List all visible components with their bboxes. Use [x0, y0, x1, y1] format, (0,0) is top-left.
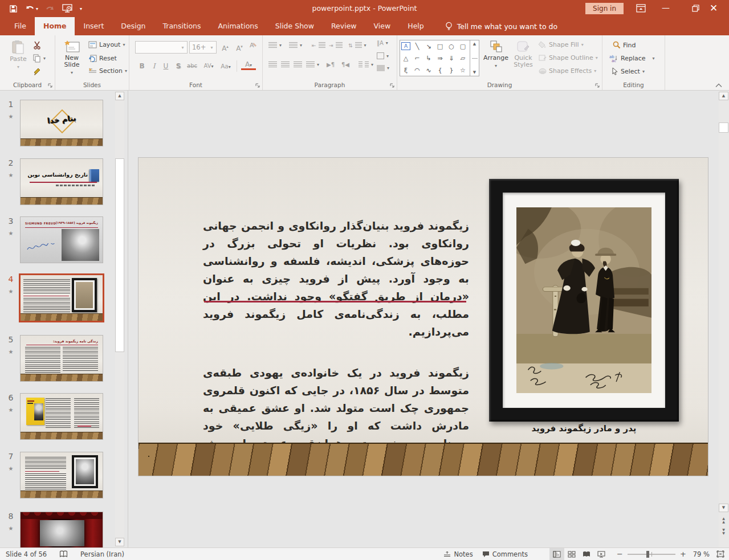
shape-down-arrow[interactable]: ⇓ — [446, 52, 457, 64]
sign-in-button[interactable]: Sign in — [585, 3, 624, 14]
thumbnail-slide-7[interactable] — [20, 452, 103, 498]
comments-button[interactable]: Comments — [478, 548, 532, 560]
previous-slide-button[interactable]: ▲▲ — [719, 516, 728, 524]
select-button[interactable]: Select ▾ — [612, 67, 645, 75]
slide-canvas[interactable]: زیگموند فروید بنیان‌گذار روانکاوی و انجم… — [138, 157, 708, 476]
gallery-up-icon[interactable]: ▲ — [473, 42, 476, 46]
slide-indicator[interactable]: Slide 4 of 56 — [6, 550, 47, 558]
thumbnail-slide-6[interactable] — [20, 393, 103, 440]
reset-button[interactable]: Reset — [88, 54, 117, 62]
tab-animations[interactable]: Animations — [209, 17, 266, 35]
align-center-icon — [281, 62, 290, 68]
shape-rounded-rectangle[interactable]: ▢ — [457, 40, 469, 52]
normal-view-button[interactable] — [549, 548, 564, 560]
shape-callout[interactable]: ▱ — [457, 52, 469, 64]
minimize-button[interactable]: — — [657, 0, 674, 17]
shape-star[interactable]: ☆ — [457, 64, 469, 76]
copy-icon[interactable]: ▾ — [33, 54, 46, 63]
shapes-gallery-scrollbar[interactable]: ▲ ▼ — [470, 40, 479, 76]
copy-dropdown-icon[interactable]: ▾ — [43, 56, 46, 61]
tab-insert[interactable]: Insert — [75, 17, 112, 35]
shape-triangle[interactable]: △ — [400, 52, 412, 64]
slide-4-number: 4 — [6, 275, 16, 284]
thumbnail-slide-3[interactable]: SIGMUND FREUD زیگموند فروید (۱۸۵۶-۱۹۳۹) — [20, 216, 103, 263]
group-paragraph: ▾ ▾ ⇤ ⇥ ⇅▾ ▾ ▶¶ ¶◀ ▾ ‖A▾ ▾ ▾ Paragraph — [263, 35, 397, 90]
thumbnails-scrollbar-thumb[interactable] — [115, 158, 124, 352]
font-dialog-launcher-icon[interactable] — [255, 83, 260, 88]
group-drawing: A ╲ ↘ □ ○ ▢ △ ⌐ ↳ ⇒ ⇓ ▱ ξ ◠ — [397, 35, 602, 90]
shape-arc[interactable]: ◠ — [412, 64, 423, 76]
thumbnail-slide-2[interactable]: تاریخ روانشناسی نوین — [20, 158, 103, 205]
main-scroll-down-icon[interactable]: ▼ — [719, 504, 728, 512]
tab-view[interactable]: View — [365, 17, 400, 35]
zoom-slider-thumb[interactable] — [646, 551, 649, 558]
shapes-gallery[interactable]: A ╲ ↘ □ ○ ▢ △ ⌐ ↳ ⇒ ⇓ ▱ ξ ◠ — [400, 40, 479, 76]
ribbon-display-options-icon[interactable] — [636, 4, 646, 13]
tab-review[interactable]: Review — [323, 17, 365, 35]
slide-sorter-view-button[interactable] — [564, 548, 579, 560]
find-button[interactable]: Find — [613, 41, 636, 49]
tab-transitions[interactable]: Transitions — [154, 17, 210, 35]
zoom-slider-tick — [651, 552, 652, 557]
zoom-out-button[interactable]: − — [617, 550, 623, 558]
main-scrollbar[interactable]: ▲ ▼ ▲▲ ▼▼ — [719, 91, 729, 547]
main-scroll-up-icon[interactable]: ▲ — [719, 92, 728, 100]
shape-curve[interactable]: ∿ — [423, 64, 434, 76]
paragraph-dialog-launcher-icon[interactable] — [389, 83, 395, 88]
slide-6-yellow-book — [26, 398, 44, 425]
thumbnails-scroll-up-icon[interactable]: ▲ — [115, 92, 124, 100]
thumbnails-scroll-down-icon[interactable]: ▼ — [115, 538, 124, 546]
spellcheck-book-icon[interactable] — [59, 550, 68, 558]
tab-file[interactable]: File — [6, 17, 35, 35]
tab-slide-show[interactable]: Slide Show — [267, 17, 323, 35]
shape-line[interactable]: ╲ — [412, 40, 423, 52]
shape-rectangle[interactable]: □ — [434, 40, 446, 52]
format-painter-icon[interactable] — [33, 67, 42, 76]
slide-text-box[interactable]: زیگموند فروید بنیان‌گذار روانکاوی و انجم… — [203, 217, 469, 476]
close-button[interactable]: ✕ — [705, 0, 722, 17]
drawing-dialog-launcher-icon[interactable] — [594, 83, 600, 88]
shape-right-arrow[interactable]: ⇒ — [434, 52, 446, 64]
clipboard-dialog-launcher-icon[interactable] — [47, 83, 53, 88]
cut-icon[interactable] — [33, 41, 42, 50]
zoom-percentage[interactable]: 79 % — [693, 550, 710, 558]
shape-oval[interactable]: ○ — [446, 40, 457, 52]
new-slide-button[interactable]: New Slide ▾ — [59, 40, 84, 76]
shape-left-brace[interactable]: { — [434, 64, 446, 76]
next-slide-button[interactable]: ▼▼ — [719, 527, 728, 536]
section-button[interactable]: Section ▾ — [88, 67, 127, 75]
new-slide-dropdown-icon: ▾ — [71, 70, 73, 76]
arrange-button[interactable]: Arrange ▾ — [483, 40, 509, 70]
restore-button[interactable] — [692, 5, 699, 12]
shape-textbox[interactable]: A — [401, 42, 410, 50]
thumbnail-slide-1[interactable]: بنام خدا — [20, 100, 103, 146]
slide-show-view-button[interactable] — [594, 548, 609, 560]
notes-button[interactable]: Notes — [439, 548, 477, 560]
collapse-ribbon-icon[interactable] — [715, 83, 722, 88]
replace-dropdown-icon[interactable]: ▾ — [653, 56, 655, 61]
replace-button[interactable]: abac Replace ▾ — [609, 54, 655, 63]
thumbnail-slide-5[interactable]: زندگی نامه زیگموند فروید: — [20, 335, 103, 382]
shape-elbow-connector[interactable]: ⌐ — [412, 52, 423, 64]
language-indicator[interactable]: Persian (Iran) — [80, 550, 124, 558]
zoom-in-button[interactable]: + — [680, 550, 686, 558]
fit-slide-to-window-button[interactable] — [716, 550, 724, 558]
main-scrollbar-thumb[interactable] — [719, 122, 728, 133]
layout-button[interactable]: Layout ▾ — [88, 41, 125, 48]
zoom-slider[interactable] — [628, 554, 675, 555]
gallery-down-icon[interactable]: ▼ — [473, 70, 476, 75]
tab-home[interactable]: Home — [35, 17, 75, 35]
shape-arrow[interactable]: ↘ — [423, 40, 434, 52]
notes-label: Notes — [454, 550, 473, 558]
framed-photo[interactable] — [489, 179, 679, 422]
reading-view-button[interactable] — [579, 548, 594, 560]
tab-design[interactable]: Design — [112, 17, 154, 35]
thumbnails-scrollbar[interactable]: ▲ ▼ — [115, 91, 124, 547]
shape-elbow-arrow[interactable]: ↳ — [423, 52, 434, 64]
thumbnail-slide-8[interactable] — [20, 512, 103, 547]
tell-me-box[interactable]: Tell me what you want to do — [445, 17, 557, 35]
shape-scribble[interactable]: ξ — [400, 64, 412, 76]
shape-right-brace[interactable]: } — [446, 64, 457, 76]
thumbnail-slide-4-selected[interactable] — [19, 273, 104, 322]
tab-help[interactable]: Help — [399, 17, 433, 35]
